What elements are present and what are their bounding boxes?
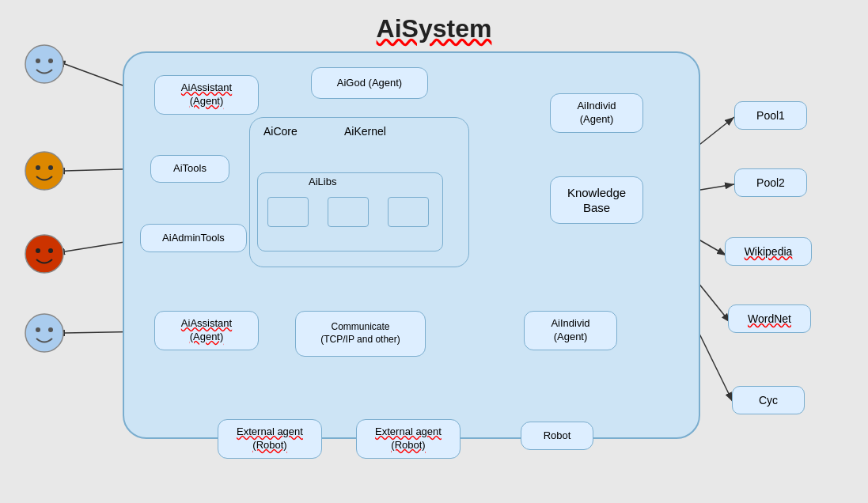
svg-point-29 <box>25 152 63 190</box>
svg-point-30 <box>36 165 40 170</box>
svg-point-37 <box>48 327 53 332</box>
page-title: AiSystem <box>377 14 492 43</box>
lib-box-3 <box>388 197 429 227</box>
svg-point-28 <box>48 59 53 63</box>
aikernel-label: AiKernel <box>344 125 386 138</box>
svg-point-35 <box>25 314 63 352</box>
aiindivid-bot-node: AiIndivid(Agent) <box>524 311 617 350</box>
smiley-1 <box>24 43 65 85</box>
ext-agent-1-node: External agent(Robot) <box>218 419 322 459</box>
aiindivid-top-node: AiIndivid(Agent) <box>550 93 643 133</box>
knowledge-base-node: KnowledgeBase <box>550 176 643 224</box>
smiley-4 <box>24 312 65 354</box>
svg-point-36 <box>36 327 40 332</box>
robot-node: Robot <box>521 422 593 450</box>
smiley-2 <box>24 150 65 191</box>
ailibs-box <box>257 172 443 252</box>
aigod-node: AiGod (Agent) <box>311 67 428 99</box>
svg-point-31 <box>48 165 53 170</box>
aiassistant-bot-node: AiAssistant(Agent) <box>154 311 259 350</box>
wordnet-node: WordNet <box>728 304 811 333</box>
pool1-node: Pool1 <box>734 101 807 130</box>
ext-agent-2-node: External agent(Robot) <box>356 419 461 459</box>
svg-point-27 <box>36 59 40 63</box>
cyc-node: Cyc <box>732 386 805 414</box>
aicore-label: AiCore <box>263 125 298 138</box>
pool2-node: Pool2 <box>734 168 807 197</box>
communicate-node: Communicate(TCP/IP and other) <box>295 311 426 357</box>
diagram-container: AiSystem <box>0 0 868 503</box>
wikipedia-node: Wikipedia <box>725 237 812 266</box>
ailibs-label: AiLibs <box>309 176 336 187</box>
svg-point-32 <box>25 235 63 273</box>
aiadmintools-node: AiAdminTools <box>140 224 247 252</box>
svg-point-33 <box>36 248 40 253</box>
aiassistant-top-node: AiAssistant(Agent) <box>154 75 259 115</box>
svg-point-26 <box>25 45 63 83</box>
lib-box-1 <box>267 197 309 227</box>
lib-box-2 <box>328 197 369 227</box>
smiley-3 <box>24 233 65 274</box>
svg-point-34 <box>48 248 53 253</box>
aitools-node: AiTools <box>150 155 229 183</box>
